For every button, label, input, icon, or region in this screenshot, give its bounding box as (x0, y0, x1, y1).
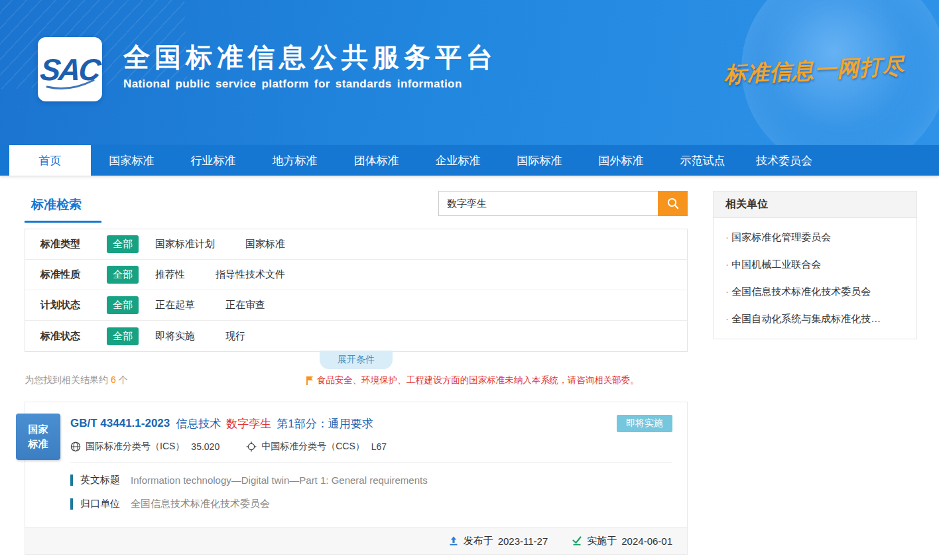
page-content: 标准检索 标准类型 全部 国家标准计划 国家标准 标准性质 全 (0, 176, 939, 555)
card-divider (70, 462, 672, 463)
platform-title: 全国标准信息公共服务平台 (123, 42, 497, 72)
platform-title-block: 全国标准信息公共服务平台 National public service pla… (123, 42, 497, 91)
filter-option[interactable]: 现行 (225, 330, 245, 343)
platform-subtitle: National public service platform for sta… (123, 78, 497, 91)
committee-value: 全国信息技术标准化技术委员会 (131, 498, 270, 510)
nav-item-foreign-standards[interactable]: 国外标准 (580, 145, 662, 176)
implement-date: 2024-06-01 (621, 535, 672, 547)
filter-option[interactable]: 国家标准计划 (155, 238, 215, 251)
publish-date-group: 发布于 2023-11-27 (448, 535, 548, 547)
related-units-sidebar: 相关单位 国家标准化管理委员会 中国机械工业联合会 全国信息技术标准化技术委员会… (713, 191, 917, 339)
sac-logo[interactable]: SAC (38, 37, 102, 101)
implement-date-group: 实施于 2024-06-01 (572, 535, 672, 547)
filter-option[interactable]: 即将实施 (155, 330, 195, 343)
result-count-prefix: 为您找到相关结果约 (25, 374, 108, 385)
sidebar-list: 国家标准化管理委员会 中国机械工业联合会 全国信息技术标准化技术委员会 全国自动… (714, 218, 916, 339)
standard-title-highlight: 数字孪生 (226, 416, 271, 431)
ccs-group: 中国标准分类号（CCS） L67 (246, 441, 387, 453)
filter-label: 标准类型 (40, 238, 83, 251)
main-nav: 首页 国家标准 行业标准 地方标准 团体标准 企业标准 国际标准 国外标准 示范… (0, 145, 939, 176)
result-card: 国家 标准 GB/T 43441.1-2023 信息技术 数字孪生 第1部分：通… (25, 402, 688, 555)
site-header: SAC 全国标准信息公共服务平台 National public service… (0, 0, 939, 145)
filter-option[interactable]: 正在起草 (155, 299, 195, 311)
filter-row-standard-nature: 标准性质 全部 推荐性 指导性技术文件 (25, 260, 687, 290)
expand-conditions-button[interactable]: 展开条件 (320, 351, 393, 369)
status-badge: 即将实施 (617, 415, 672, 432)
english-title-row: 英文标题 Information technology—Digital twin… (70, 474, 672, 486)
standard-title-row: GB/T 43441.1-2023 信息技术 数字孪生 第1部分：通用要求 即将… (70, 415, 672, 432)
sidebar-item-sac[interactable]: 国家标准化管理委员会 (714, 224, 916, 251)
flag-icon (306, 376, 314, 386)
publish-date: 2023-11-27 (498, 535, 548, 547)
nav-item-pilot[interactable]: 示范试点 (662, 145, 743, 176)
filter-option[interactable]: 国家标准 (245, 238, 285, 251)
tab-standard-retrieval[interactable]: 标准检索 (25, 191, 101, 223)
committee-row: 归口单位 全国信息技术标准化技术委员会 (70, 498, 672, 510)
search-input[interactable] (438, 191, 658, 216)
standard-title-part1: 信息技术 (176, 416, 221, 431)
nav-item-national-standards[interactable]: 国家标准 (91, 145, 172, 176)
sidebar-item-machinery-federation[interactable]: 中国机械工业联合会 (714, 251, 916, 278)
nav-item-industry-standards[interactable]: 行业标准 (172, 145, 254, 176)
search-box (438, 191, 688, 216)
crosshair-icon (246, 441, 257, 452)
filter-label: 计划状态 (40, 299, 83, 311)
card-body: GB/T 43441.1-2023 信息技术 数字孪生 第1部分：通用要求 即将… (25, 402, 687, 513)
ccs-label: 中国标准分类号（CCS） (261, 441, 365, 453)
card-footer: 发布于 2023-11-27 实施于 2024-06-01 (25, 527, 687, 554)
filter-option[interactable]: 推荐性 (155, 268, 185, 281)
standard-title-part2: 第1部分：通用要求 (277, 416, 373, 431)
filter-all-button[interactable]: 全部 (107, 266, 139, 284)
sidebar-title: 相关单位 (714, 192, 916, 218)
committee-label: 归口单位 (80, 498, 120, 510)
standard-title-link[interactable]: GB/T 43441.1-2023 信息技术 数字孪生 第1部分：通用要求 (70, 416, 373, 431)
standard-code: GB/T 43441.1-2023 (70, 417, 170, 430)
filter-row-plan-status: 计划状态 全部 正在起草 正在审查 (25, 290, 687, 321)
result-count-suffix: 个 (119, 374, 128, 385)
filter-all-button[interactable]: 全部 (107, 235, 139, 253)
standard-type-badge: 国家 标准 (16, 414, 60, 460)
filter-row-standard-status: 标准状态 全部 即将实施 现行 (25, 321, 687, 351)
ics-value: 35.020 (191, 441, 219, 452)
type-badge-line1: 国家 (29, 422, 48, 437)
ccs-value: L67 (371, 441, 387, 452)
nav-item-technical-committee[interactable]: 技术委员会 (743, 145, 825, 176)
filter-label: 标准性质 (40, 268, 83, 281)
ics-label: 国际标准分类号（ICS） (86, 441, 184, 453)
sidebar-item-it-committee[interactable]: 全国信息技术标准化技术委员会 (714, 278, 916, 306)
main-column: 标准检索 标准类型 全部 国家标准计划 国家标准 标准性质 全 (25, 191, 688, 555)
implement-check-icon (572, 535, 582, 546)
filter-all-button[interactable]: 全部 (107, 327, 139, 345)
filter-option[interactable]: 正在审查 (225, 299, 265, 311)
filter-option[interactable]: 指导性技术文件 (216, 268, 285, 281)
classification-meta-row: 国际标准分类号（ICS） 35.020 中国标准分类号（CCS） L67 (70, 441, 672, 453)
globe-icon (70, 441, 81, 452)
notice-text: 食品安全、环境保护、工程建设方面的国家标准未纳入本系统，请咨询相关部委。 (317, 374, 639, 386)
search-row: 标准检索 (25, 191, 688, 221)
type-badge-line2: 标准 (29, 437, 48, 452)
system-notice: 食品安全、环境保护、工程建设方面的国家标准未纳入本系统，请咨询相关部委。 (306, 374, 639, 386)
english-title-label: 英文标题 (80, 474, 120, 486)
nav-item-enterprise-standards[interactable]: 企业标准 (417, 145, 499, 176)
english-title-value: Information technology—Digital twin—Part… (131, 475, 428, 486)
filter-label: 标准状态 (40, 330, 83, 343)
implement-label: 实施于 (587, 535, 617, 547)
sac-logo-swoosh-icon (44, 78, 96, 91)
nav-item-local-standards[interactable]: 地方标准 (254, 145, 336, 176)
filter-row-standard-type: 标准类型 全部 国家标准计划 国家标准 (25, 229, 687, 260)
nav-item-home[interactable]: 首页 (9, 145, 91, 176)
sidebar-item-automation-committee[interactable]: 全国自动化系统与集成标准化技… (714, 306, 916, 333)
nav-item-international-standards[interactable]: 国际标准 (499, 145, 580, 176)
nav-item-group-standards[interactable]: 团体标准 (336, 145, 417, 176)
result-count: 为您找到相关结果约6个 (25, 374, 128, 386)
filter-all-button[interactable]: 全部 (107, 296, 139, 314)
search-icon (666, 197, 680, 210)
field-accent-bar (70, 475, 73, 486)
filter-panel: 标准类型 全部 国家标准计划 国家标准 标准性质 全部 推荐性 指导性技术文件 … (25, 229, 688, 352)
search-button[interactable] (658, 191, 688, 216)
field-accent-bar (70, 498, 73, 510)
publish-label: 发布于 (464, 535, 493, 547)
result-count-number: 6 (111, 374, 116, 385)
ics-group: 国际标准分类号（ICS） 35.020 (70, 441, 219, 453)
publish-icon (448, 535, 459, 546)
